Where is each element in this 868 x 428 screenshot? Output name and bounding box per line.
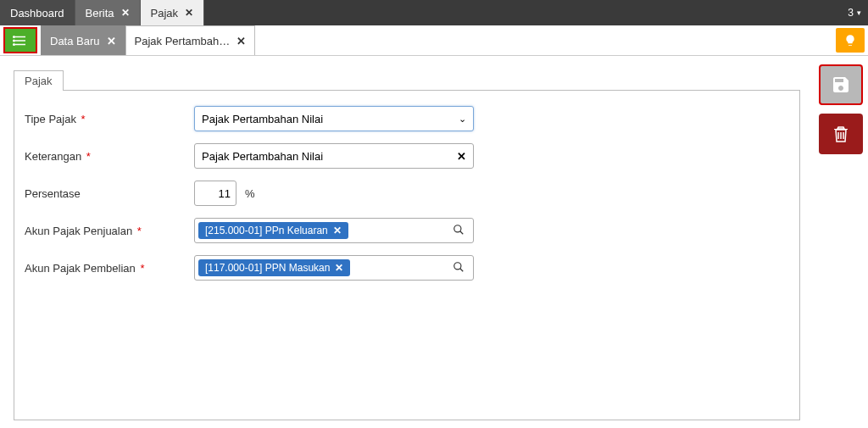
required-mark: * xyxy=(83,150,91,163)
tab-count[interactable]: 3 ▾ xyxy=(848,0,868,25)
lookup-akun-penjualan[interactable]: [215.000-01] PPn Keluaran ✕ xyxy=(194,218,474,243)
main-area: Pajak Tipe Pajak * Pajak Pertambahan Nil… xyxy=(0,56,868,428)
tab-pajak[interactable]: Pajak ✕ xyxy=(141,0,205,25)
svg-point-8 xyxy=(454,262,461,269)
label-tipe-pajak-text: Tipe Pajak xyxy=(25,113,76,125)
clear-icon[interactable]: ✕ xyxy=(457,150,466,163)
action-sidebar xyxy=(814,56,868,428)
save-button[interactable] xyxy=(819,64,863,105)
input-persentase[interactable]: 11 xyxy=(194,181,236,206)
subtab-pajak-detail[interactable]: Pajak Pertambah… ✕ xyxy=(125,25,256,55)
form-panel-wrap: Pajak Tipe Pajak * Pajak Pertambahan Nil… xyxy=(7,63,807,421)
tab-berita-label: Berita xyxy=(86,7,114,19)
select-tipe-pajak[interactable]: Pajak Pertambahan Nilai ⌄ xyxy=(194,106,474,131)
label-akun-penjualan-text: Akun Pajak Penjualan xyxy=(25,225,132,237)
label-keterangan-text: Keterangan xyxy=(25,150,81,163)
close-icon[interactable]: ✕ xyxy=(185,7,193,19)
top-tab-strip: Dashboard Berita ✕ Pajak ✕ 3 ▾ xyxy=(0,0,868,25)
tab-count-value: 3 xyxy=(848,7,854,19)
chip-akun-penjualan-text: [215.000-01] PPn Keluaran xyxy=(205,225,328,236)
panel-tab-label: Pajak xyxy=(25,75,53,87)
trash-icon xyxy=(831,124,851,144)
svg-point-6 xyxy=(454,225,461,231)
save-icon xyxy=(831,75,851,95)
row-akun-penjualan: Akun Pajak Penjualan * [215.000-01] PPn … xyxy=(25,218,789,243)
label-persentase: Persentase xyxy=(25,187,194,200)
chip-akun-pembelian-text: [117.000-01] PPN Masukan xyxy=(205,262,330,274)
chevron-down-icon: ⌄ xyxy=(459,114,466,125)
hint-button[interactable] xyxy=(836,28,865,53)
tab-dashboard-label: Dashboard xyxy=(10,7,64,19)
chip-remove-icon[interactable]: ✕ xyxy=(333,225,342,236)
subtab-pajak-detail-label: Pajak Pertambah… xyxy=(135,35,231,47)
row-keterangan: Keterangan * Pajak Pertambahan Nilai ✕ xyxy=(25,143,789,169)
row-persentase: Persentase 11 % xyxy=(25,181,789,206)
subtab-data-baru-label: Data Baru xyxy=(50,35,100,47)
select-tipe-pajak-value: Pajak Pertambahan Nilai xyxy=(202,113,323,125)
svg-point-5 xyxy=(14,43,15,45)
search-icon[interactable] xyxy=(453,261,465,275)
input-keterangan[interactable]: Pajak Pertambahan Nilai ✕ xyxy=(194,143,474,169)
required-mark: * xyxy=(134,225,142,237)
label-tipe-pajak: Tipe Pajak * xyxy=(25,113,194,125)
svg-line-7 xyxy=(460,231,464,234)
tab-dashboard[interactable]: Dashboard xyxy=(0,0,75,25)
list-icon xyxy=(13,33,28,48)
chip-akun-penjualan: [215.000-01] PPn Keluaran ✕ xyxy=(198,222,348,239)
row-tipe-pajak: Tipe Pajak * Pajak Pertambahan Nilai ⌄ xyxy=(25,106,789,131)
required-mark: * xyxy=(137,262,145,275)
row-akun-pembelian: Akun Pajak Pembelian * [117.000-01] PPN … xyxy=(25,255,789,281)
chip-remove-icon[interactable]: ✕ xyxy=(335,262,343,274)
form-panel: Tipe Pajak * Pajak Pertambahan Nilai ⌄ K… xyxy=(14,90,800,420)
label-akun-penjualan: Akun Pajak Penjualan * xyxy=(25,225,194,237)
chevron-down-icon: ▾ xyxy=(857,8,861,17)
label-persentase-text: Persentase xyxy=(25,187,81,200)
sub-toolbar: Data Baru ✕ Pajak Pertambah… ✕ xyxy=(0,25,868,56)
panel-tabs: Pajak xyxy=(14,69,800,90)
close-icon[interactable]: ✕ xyxy=(107,35,116,47)
close-icon[interactable]: ✕ xyxy=(236,35,246,47)
percent-unit: % xyxy=(245,187,255,200)
chip-akun-pembelian: [117.000-01] PPN Masukan ✕ xyxy=(198,259,350,276)
svg-line-9 xyxy=(460,268,464,271)
label-keterangan: Keterangan * xyxy=(25,150,194,163)
delete-button[interactable] xyxy=(819,114,863,154)
label-akun-pembelian-text: Akun Pajak Pembelian xyxy=(25,262,136,275)
subtab-data-baru[interactable]: Data Baru ✕ xyxy=(41,25,125,55)
list-menu-button[interactable] xyxy=(3,27,37,53)
lightbulb-icon xyxy=(843,34,857,47)
close-icon[interactable]: ✕ xyxy=(121,7,130,19)
input-persentase-value: 11 xyxy=(219,187,231,200)
tab-pajak-label: Pajak xyxy=(151,7,179,19)
svg-point-4 xyxy=(14,40,15,42)
label-akun-pembelian: Akun Pajak Pembelian * xyxy=(25,262,194,275)
lookup-akun-pembelian[interactable]: [117.000-01] PPN Masukan ✕ xyxy=(194,255,474,281)
input-keterangan-value: Pajak Pertambahan Nilai xyxy=(202,150,323,163)
svg-point-3 xyxy=(14,36,15,37)
panel-tab-pajak[interactable]: Pajak xyxy=(14,70,64,91)
tab-berita[interactable]: Berita ✕ xyxy=(75,0,141,25)
search-icon[interactable] xyxy=(453,224,465,238)
required-mark: * xyxy=(78,113,86,125)
